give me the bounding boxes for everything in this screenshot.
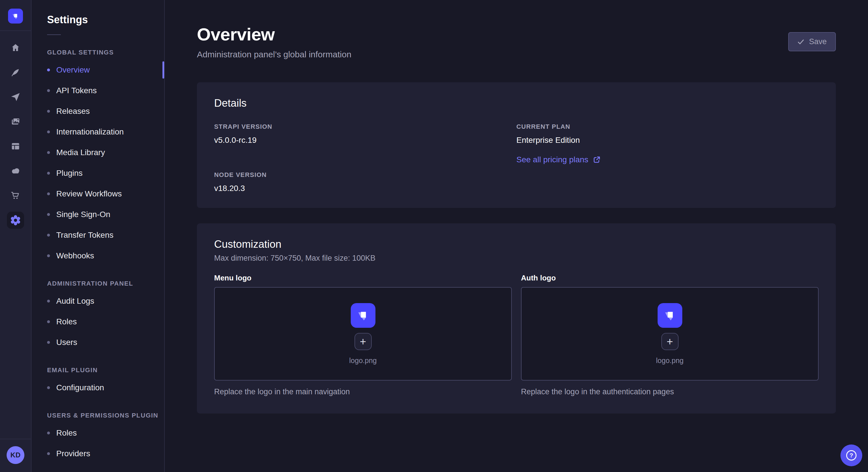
cloud-icon[interactable]	[7, 162, 24, 179]
menu-logo-preview	[351, 303, 375, 328]
subnav-item-label: Roles	[56, 317, 77, 326]
users-permissions-list: Roles Providers	[32, 423, 164, 464]
details-left-column: Strapi Version v5.0.0-rc.19 Node Version…	[214, 123, 516, 193]
subnav-item-transfer-tokens[interactable]: Transfer Tokens	[32, 225, 164, 245]
user-avatar[interactable]: KD	[7, 446, 24, 464]
strapi-logo[interactable]	[8, 9, 23, 24]
node-version-label: Node Version	[214, 171, 516, 179]
bullet-icon	[47, 386, 50, 389]
subnav-item-label: Providers	[56, 449, 90, 458]
menu-logo-filename: logo.png	[349, 357, 377, 365]
subnav-item-internationalization[interactable]: Internationalization	[32, 122, 164, 142]
pricing-plans-link[interactable]: See all pricing plans	[516, 155, 600, 164]
subnav-item-overview[interactable]: Overview	[32, 60, 164, 80]
app-root: KD Settings Global Settings Overview API…	[0, 0, 868, 472]
menu-logo-label: Menu logo	[214, 274, 512, 282]
subnav-item-media-library[interactable]: Media Library	[32, 142, 164, 163]
content-manager-feather-icon[interactable]	[7, 64, 24, 81]
menu-logo-column: Menu logo + logo.png Replace the logo	[214, 263, 512, 396]
auth-logo-upload-box[interactable]: + logo.png	[521, 287, 818, 380]
bullet-icon	[47, 193, 50, 195]
bullet-icon	[47, 234, 50, 237]
bullet-icon	[47, 213, 50, 216]
subnav-item-label: Internationalization	[56, 127, 124, 136]
subnav-item-admin-roles[interactable]: Roles	[32, 311, 164, 332]
plus-icon: +	[360, 336, 366, 347]
strapi-logo-icon	[662, 308, 678, 323]
save-button[interactable]: Save	[788, 32, 836, 51]
subnav-item-label: Users	[56, 338, 77, 347]
subnav-item-label: Audit Logs	[56, 297, 94, 306]
auth-logo-filename: logo.png	[656, 357, 684, 365]
main-nav-rail: KD	[0, 0, 32, 472]
subnav-item-label: API Tokens	[56, 86, 97, 95]
subnav-item-label: Configuration	[56, 383, 104, 392]
bullet-icon	[47, 300, 50, 303]
bullet-icon	[47, 151, 50, 154]
section-email-plugin: Email Plugin	[32, 367, 164, 374]
menu-logo-add-button[interactable]: +	[354, 333, 372, 350]
menu-logo-upload-box[interactable]: + logo.png	[214, 287, 512, 380]
email-plugin-list: Configuration	[32, 377, 164, 398]
section-administration-panel: Administration Panel	[32, 280, 164, 287]
bullet-icon	[47, 432, 50, 434]
subnav-item-plugins[interactable]: Plugins	[32, 163, 164, 183]
subnav-item-webhooks[interactable]: Webhooks	[32, 245, 164, 266]
details-title: Details	[214, 97, 818, 109]
subnav-item-label: Transfer Tokens	[56, 231, 113, 240]
subnav-item-audit-logs[interactable]: Audit Logs	[32, 291, 164, 311]
subnav-item-label: Webhooks	[56, 251, 94, 260]
subnav-item-api-tokens[interactable]: API Tokens	[32, 80, 164, 101]
global-settings-list: Overview API Tokens Releases Internation…	[32, 60, 164, 266]
deploy-plane-icon[interactable]	[7, 88, 24, 105]
administration-panel-list: Audit Logs Roles Users	[32, 291, 164, 353]
marketplace-cart-icon[interactable]	[7, 187, 24, 204]
subnav-item-single-sign-on[interactable]: Single Sign-On	[32, 204, 164, 225]
page-title-block: Overview Administration panel’s global i…	[197, 24, 351, 59]
subnav-item-label: Releases	[56, 107, 90, 116]
customization-subtitle: Max dimension: 750×750, Max file size: 1…	[214, 254, 818, 263]
subnav-item-label: Plugins	[56, 169, 83, 178]
plus-icon: +	[666, 336, 673, 347]
pricing-plans-link-label: See all pricing plans	[516, 155, 588, 164]
details-card: Details Strapi Version v5.0.0-rc.19 Node…	[197, 82, 836, 208]
current-plan-label: Current plan	[516, 123, 818, 131]
subnav-item-admin-users[interactable]: Users	[32, 332, 164, 353]
current-plan-field: Current plan Enterprise Edition	[516, 123, 818, 145]
subnav-item-review-workflows[interactable]: Review Workflows	[32, 183, 164, 204]
home-icon[interactable]	[7, 39, 24, 56]
subnav-item-email-configuration[interactable]: Configuration	[32, 377, 164, 398]
subnav-item-label: Roles	[56, 429, 77, 438]
auth-logo-add-button[interactable]: +	[661, 333, 679, 350]
content-type-builder-layout-icon[interactable]	[7, 138, 24, 155]
customization-card: Customization Max dimension: 750×750, Ma…	[197, 224, 836, 413]
help-button[interactable]: ?	[840, 444, 862, 466]
subnav-item-label: Overview	[56, 65, 90, 74]
page-title: Overview	[197, 24, 351, 44]
subnav-item-up-providers[interactable]: Providers	[32, 443, 164, 464]
bullet-icon	[47, 452, 50, 455]
subnav-item-label: Single Sign-On	[56, 210, 110, 219]
auth-logo-label: Auth logo	[521, 274, 818, 282]
media-library-images-icon[interactable]	[7, 113, 24, 130]
subnav-title: Settings	[32, 14, 164, 26]
rail-icon-list	[7, 39, 24, 236]
auth-logo-caption: Replace the logo in the authentication p…	[521, 387, 818, 396]
strapi-logo-icon	[355, 308, 371, 323]
page-subtitle: Administration panel’s global informatio…	[197, 49, 351, 59]
subnav-item-label: Media Library	[56, 148, 105, 157]
settings-gear-icon[interactable]	[7, 212, 24, 229]
subnav-item-releases[interactable]: Releases	[32, 101, 164, 122]
check-icon	[797, 38, 804, 45]
page-header: Overview Administration panel’s global i…	[197, 24, 836, 59]
current-plan-value: Enterprise Edition	[516, 136, 818, 145]
bullet-icon	[47, 320, 50, 323]
details-right-column: Current plan Enterprise Edition See all …	[516, 123, 818, 193]
subnav-item-up-roles[interactable]: Roles	[32, 423, 164, 443]
node-version-field: Node Version v18.20.3	[214, 171, 516, 193]
customization-title: Customization	[214, 238, 818, 250]
auth-logo-preview	[658, 303, 682, 328]
logo-grid: Menu logo + logo.png Replace the logo	[214, 263, 818, 396]
auth-logo-column: Auth logo + logo.png Replace the logo	[521, 263, 818, 396]
section-global-settings: Global Settings	[32, 49, 164, 56]
